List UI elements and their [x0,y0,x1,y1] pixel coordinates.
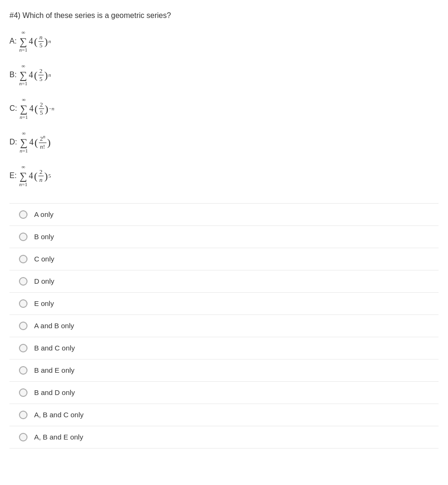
math-option-e: E: ∞ ∑ n=1 4 ( 2 n ) 5 [9,163,439,189]
answer-option-a-and-b-only[interactable]: A and B only [9,315,439,337]
answer-options-list: A only B only C only D only E only A and… [9,203,439,449]
option-e-label: E: [9,171,19,180]
answer-option-b-and-d-only[interactable]: B and D only [9,382,439,404]
math-options: A: ∞ ∑ n=1 4 ( n 5 ) n B: [9,28,439,189]
answer-label-a-b-c-only: A, B and C only [34,411,83,419]
answer-option-b-and-c-only[interactable]: B and C only [9,337,439,359]
option-c-label: C: [9,104,19,112]
answer-label-b-only: B only [34,233,54,241]
question-container: #4) Which of these series is a geometric… [0,0,448,458]
answer-label-b-and-c-only: B and C only [34,344,75,352]
radio-a-and-b-only[interactable] [19,322,27,330]
math-option-a: A: ∞ ∑ n=1 4 ( n 5 ) n [9,28,439,54]
math-option-d: D: ∞ ∑ n=1 4 ( 2n n! ) [9,129,439,155]
option-c-expr: ∞ ∑ n=1 4 ( 2 5 ) −n [19,96,54,122]
answer-option-a-only[interactable]: A only [9,203,439,226]
answer-label-a-only: A only [34,210,54,218]
math-option-c: C: ∞ ∑ n=1 4 ( 2 5 ) −n [9,96,439,122]
option-d-expr: ∞ ∑ n=1 4 ( 2n n! ) [19,129,50,155]
answer-option-c-only[interactable]: C only [9,248,439,270]
option-b-label: B: [9,71,19,79]
answer-option-d-only[interactable]: D only [9,270,439,293]
option-a-expr: ∞ ∑ n=1 4 ( n 5 ) n [19,28,51,54]
radio-c-only[interactable] [19,255,27,263]
radio-b-and-d-only[interactable] [19,388,27,397]
option-b-expr: ∞ ∑ n=1 4 ( 2 5 ) n [19,62,51,88]
radio-a-b-c-only[interactable] [19,411,27,419]
radio-a-only[interactable] [19,210,27,219]
answer-option-b-and-e-only[interactable]: B and E only [9,359,439,382]
answer-option-a-b-c-only[interactable]: A, B and C only [9,404,439,426]
answer-label-b-and-d-only: B and D only [34,388,75,396]
radio-e-only[interactable] [19,299,27,308]
answer-label-e-only: E only [34,299,54,307]
answer-option-a-b-e-only[interactable]: A, B and E only [9,426,439,449]
answer-label-a-b-e-only: A, B and E only [34,433,83,441]
option-d-label: D: [9,138,19,146]
answer-label-d-only: D only [34,277,55,285]
answer-label-c-only: C only [34,255,55,263]
radio-b-and-c-only[interactable] [19,344,27,352]
option-a-label: A: [9,37,19,45]
option-e-expr: ∞ ∑ n=1 4 ( 2 n ) 5 [19,163,51,189]
question-title: #4) Which of these series is a geometric… [9,11,439,20]
math-option-b: B: ∞ ∑ n=1 4 ( 2 5 ) n [9,62,439,88]
radio-d-only[interactable] [19,277,27,286]
radio-b-only[interactable] [19,233,27,241]
answer-option-e-only[interactable]: E only [9,293,439,315]
answer-label-b-and-e-only: B and E only [34,366,74,374]
answer-label-a-and-b-only: A and B only [34,322,74,330]
radio-b-and-e-only[interactable] [19,366,27,375]
answer-option-b-only[interactable]: B only [9,226,439,248]
radio-a-b-e-only[interactable] [19,433,27,441]
